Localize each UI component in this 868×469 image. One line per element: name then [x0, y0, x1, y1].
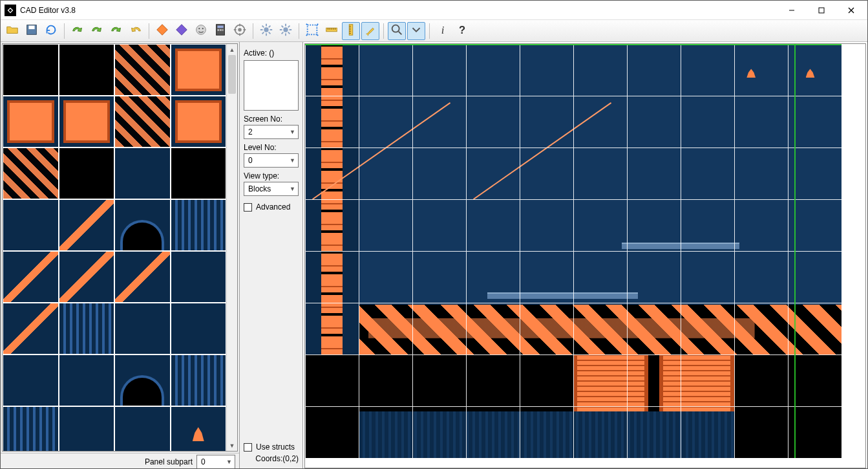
scroll-thumb[interactable] — [228, 55, 236, 94]
palette-tile[interactable] — [59, 354, 115, 406]
refresh-icon — [44, 23, 58, 39]
select-all-button[interactable] — [303, 22, 321, 40]
view-type-select[interactable]: Blocks ▼ — [244, 182, 299, 196]
redo-1-button[interactable] — [69, 22, 87, 40]
palette-tile[interactable] — [171, 96, 227, 147]
ruler-vert-icon — [344, 23, 358, 39]
smiley-button[interactable] — [192, 22, 210, 40]
redo-3-button[interactable] — [107, 22, 125, 40]
scroll-down-arrow[interactable]: ▼ — [227, 440, 237, 451]
zoom-dropdown-icon — [409, 23, 423, 39]
close-button[interactable] — [836, 1, 866, 20]
help-icon: ? — [455, 23, 469, 39]
panel-subpart-value: 0 — [201, 457, 206, 466]
calculator-icon — [213, 23, 228, 39]
gear-icon — [259, 23, 273, 39]
calculator-button[interactable] — [211, 22, 229, 40]
palette-tile[interactable] — [59, 251, 115, 303]
minimize-button[interactable] — [777, 1, 807, 20]
diamond-purple-button[interactable] — [173, 22, 191, 40]
svg-point-16 — [238, 28, 242, 32]
svg-text:i: i — [441, 24, 445, 36]
palette-tile[interactable] — [171, 354, 227, 406]
brush-button[interactable] — [361, 22, 379, 40]
advanced-checkbox-label: Advanced — [256, 202, 290, 212]
palette-tile[interactable] — [171, 44, 227, 96]
palette-tile[interactable] — [3, 44, 59, 96]
palette-tile[interactable] — [114, 303, 171, 354]
gear2-button[interactable] — [277, 22, 295, 40]
palette-scrollbar[interactable]: ▲ ▼ — [226, 44, 237, 451]
palette-tile[interactable] — [59, 406, 115, 451]
ruler-button[interactable] — [323, 22, 341, 40]
ruler-icon — [324, 23, 339, 39]
palette-tile[interactable] — [171, 251, 227, 303]
brush-icon — [363, 23, 377, 39]
zoom-button[interactable] — [388, 22, 406, 40]
palette-tile[interactable] — [171, 199, 227, 251]
save-button[interactable] — [23, 22, 41, 40]
maximize-button[interactable] — [807, 1, 836, 20]
diamond-purple-icon — [175, 23, 189, 39]
title-bar: CAD Editor v3.8 — [1, 1, 867, 20]
tile-palette[interactable] — [3, 44, 226, 451]
palette-tile[interactable] — [114, 406, 171, 451]
window-title: CAD Editor v3.8 — [20, 6, 76, 15]
smiley-icon — [194, 23, 208, 39]
palette-tile[interactable] — [59, 96, 115, 147]
palette-tile[interactable] — [114, 251, 171, 303]
palette-tile[interactable] — [171, 303, 227, 354]
refresh-button[interactable] — [42, 22, 60, 40]
info-button[interactable]: i — [434, 22, 452, 40]
palette-tile[interactable] — [114, 44, 171, 96]
redo-3-icon — [109, 23, 123, 39]
diamond-orange-icon — [155, 23, 169, 39]
palette-tile[interactable] — [114, 147, 171, 199]
redo-2-button[interactable] — [88, 22, 106, 40]
svg-text:?: ? — [459, 24, 465, 36]
undo-button[interactable] — [127, 22, 145, 40]
svg-point-22 — [392, 25, 399, 32]
chevron-down-icon: ▼ — [290, 157, 295, 164]
palette-tile[interactable] — [59, 147, 115, 199]
gear-button[interactable] — [257, 22, 275, 40]
palette-tile[interactable] — [59, 303, 115, 354]
scroll-up-arrow[interactable]: ▲ — [227, 44, 237, 55]
svg-rect-14 — [222, 29, 224, 31]
level-no-value: 0 — [248, 156, 253, 165]
screen-no-value: 2 — [248, 127, 253, 136]
palette-tile[interactable] — [171, 406, 227, 451]
palette-tile[interactable] — [3, 96, 59, 147]
open-button[interactable] — [3, 22, 21, 40]
palette-tile[interactable] — [114, 96, 171, 147]
panel-subpart-select[interactable]: 0 ▼ — [196, 455, 235, 469]
undo-icon — [129, 23, 143, 39]
target-button[interactable] — [231, 22, 249, 40]
palette-tile[interactable] — [3, 251, 59, 303]
screen-no-select[interactable]: 2 ▼ — [244, 125, 299, 139]
toolbar: i? — [1, 20, 867, 42]
palette-tile[interactable] — [171, 147, 227, 199]
diamond-orange-button[interactable] — [153, 22, 171, 40]
palette-tile[interactable] — [114, 354, 171, 406]
palette-tile[interactable] — [3, 354, 59, 406]
use-structs-checkbox[interactable]: Use structs — [244, 442, 299, 452]
ruler-vert-button[interactable] — [342, 22, 360, 40]
palette-tile[interactable] — [3, 303, 59, 354]
palette-tile[interactable] — [59, 199, 115, 251]
level-canvas[interactable] — [305, 44, 842, 458]
palette-tile[interactable] — [3, 147, 59, 199]
palette-tile[interactable] — [59, 44, 115, 96]
help-button[interactable]: ? — [453, 22, 471, 40]
advanced-checkbox[interactable]: Advanced — [244, 202, 299, 212]
chevron-down-icon: ▼ — [226, 459, 232, 465]
palette-tile[interactable] — [114, 199, 171, 251]
target-icon — [233, 23, 247, 39]
level-no-select[interactable]: 0 ▼ — [244, 153, 299, 168]
view-type-label: View type: — [244, 171, 299, 180]
palette-tile[interactable] — [3, 406, 59, 451]
palette-tile[interactable] — [3, 199, 59, 251]
zoom-dropdown-button[interactable] — [407, 22, 425, 40]
properties-panel: Active: () Screen No: 2 ▼ Level No: 0 ▼ … — [240, 42, 303, 469]
svg-rect-2 — [819, 8, 824, 13]
